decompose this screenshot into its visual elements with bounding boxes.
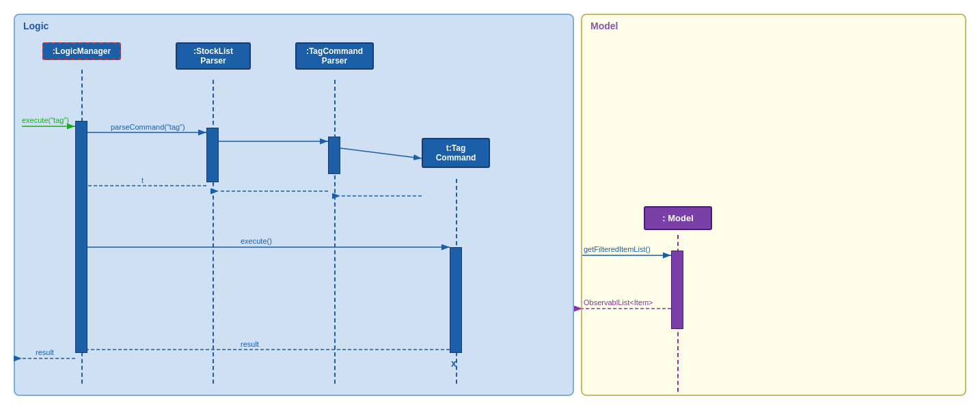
parsecommand-label: parseCommand("tag"): [111, 123, 185, 131]
stocklistparser-header: :StockListParser: [176, 42, 251, 70]
tagcommandparser-activation: [328, 137, 340, 174]
logicmanager-header: :LogicManager: [42, 42, 121, 60]
observal-label: ObservablList<Item>: [584, 298, 653, 307]
model-actor-box: : Model: [644, 206, 712, 230]
tagcommand-x: x: [451, 358, 457, 369]
model-label: Model: [590, 20, 618, 31]
model-arrows: [582, 15, 965, 395]
logicmanager-activation: [75, 121, 87, 353]
execute-tag-label: execute("tag"): [22, 116, 69, 124]
tagcommand-activation: [450, 247, 462, 353]
model-activation: [671, 251, 683, 329]
logic-arrows: [15, 15, 573, 395]
getfiltered-label: getFilteredItemList(): [584, 245, 651, 253]
stocklistparser-activation: [206, 128, 219, 182]
stocklistparser-lifeline: [213, 80, 214, 384]
tagcommand-box: t:TagCommand: [422, 138, 490, 168]
result-outer-label: result: [36, 348, 54, 356]
t-return-label: t: [141, 176, 144, 184]
diagram-container: Logic :LogicManager :StockListParser :Ta…: [0, 0, 980, 411]
logic-box: Logic :LogicManager :StockListParser :Ta…: [14, 14, 574, 396]
tagcommandparser-lifeline: [334, 80, 336, 384]
result-inner-label: result: [241, 340, 259, 348]
logic-label: Logic: [23, 20, 49, 31]
model-box: Model : Model getFilteredIte: [581, 14, 966, 396]
svg-line-7: [340, 148, 422, 158]
execute-label: execute(): [241, 237, 272, 245]
tagcommandparser-header: :TagCommandParser: [295, 42, 374, 70]
